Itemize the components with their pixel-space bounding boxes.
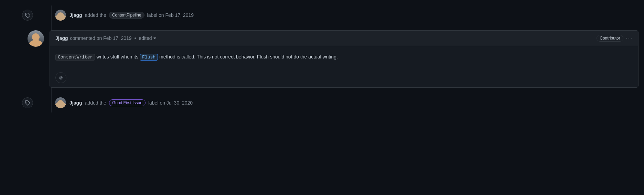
event1-avatar-body: [55, 14, 66, 21]
page-container: Jjagg added the ContentPipeline label on…: [0, 0, 644, 118]
timeline-icon-col-2: [0, 97, 55, 108]
event1-label: ContentPipeline: [109, 12, 144, 19]
event1-avatar-img: [55, 10, 66, 21]
event2-content: Jjagg added the Good First Issue label o…: [69, 99, 644, 106]
comment-body: ContentWriter writes stuff when its Flus…: [50, 46, 638, 68]
comment-body-mid1: writes stuff when its: [96, 54, 140, 59]
contributor-badge: Contributor: [597, 35, 623, 42]
event1-avatar: [55, 10, 66, 21]
tag-svg-2: [25, 100, 30, 106]
smiley-icon: ☺: [58, 75, 64, 81]
event1-user[interactable]: Jjagg: [69, 12, 82, 18]
tag-svg-1: [25, 12, 30, 18]
comment-section: Jjagg commented on Feb 17, 2019 • edited…: [0, 30, 644, 88]
comment-body-mid2: method is called. This is not correct be…: [159, 54, 338, 59]
comment-header-left: Jjagg commented on Feb 17, 2019 • edited: [55, 35, 156, 41]
event2-user[interactable]: Jjagg: [69, 100, 82, 106]
code-content-writer: ContentWriter: [55, 54, 95, 61]
tag-icon-1: [22, 10, 33, 21]
comment-header: Jjagg commented on Feb 17, 2019 • edited…: [50, 31, 638, 46]
tag-icon-2: [22, 97, 33, 108]
event2-suffix: label on Jul 30, 2020: [148, 100, 193, 106]
event1-content: Jjagg added the ContentPipeline label on…: [69, 12, 644, 19]
comment-text: ContentWriter writes stuff when its Flus…: [55, 53, 633, 61]
event2-label: Good First Issue: [109, 99, 146, 106]
comment-avatar-body: [29, 40, 42, 47]
event1-suffix: label on Feb 17, 2019: [147, 12, 194, 18]
event1-action: added the: [85, 12, 106, 18]
comment-wrapper: Jjagg commented on Feb 17, 2019 • edited…: [0, 30, 644, 88]
comment-avatar-img: [28, 30, 44, 47]
comment-box: Jjagg commented on Feb 17, 2019 • edited…: [50, 30, 638, 88]
comment-dot: •: [135, 35, 136, 41]
comment-reactions: ☺: [50, 68, 638, 87]
comment-avatar: [28, 30, 44, 47]
event2-avatar-body: [55, 102, 66, 108]
edited-label: edited: [139, 35, 152, 41]
event2-avatar-img: [55, 97, 66, 108]
timeline-event-2: Jjagg added the Good First Issue label o…: [0, 93, 644, 112]
event2-action: added the: [85, 100, 106, 106]
add-reaction-button[interactable]: ☺: [55, 72, 66, 83]
comment-user[interactable]: Jjagg: [55, 35, 68, 41]
comment-meta: commented on Feb 17, 2019: [70, 35, 132, 41]
code-flush: Flush: [140, 54, 158, 61]
three-dots-button[interactable]: ···: [626, 35, 633, 41]
comment-header-right: Contributor ···: [597, 35, 633, 42]
event2-avatar: [55, 97, 66, 108]
edited-dropdown[interactable]: edited: [139, 35, 156, 41]
timeline-icon-col-1: [0, 10, 55, 21]
timeline-event-1: Jjagg added the ContentPipeline label on…: [0, 6, 644, 25]
chevron-down-icon: [153, 37, 156, 39]
